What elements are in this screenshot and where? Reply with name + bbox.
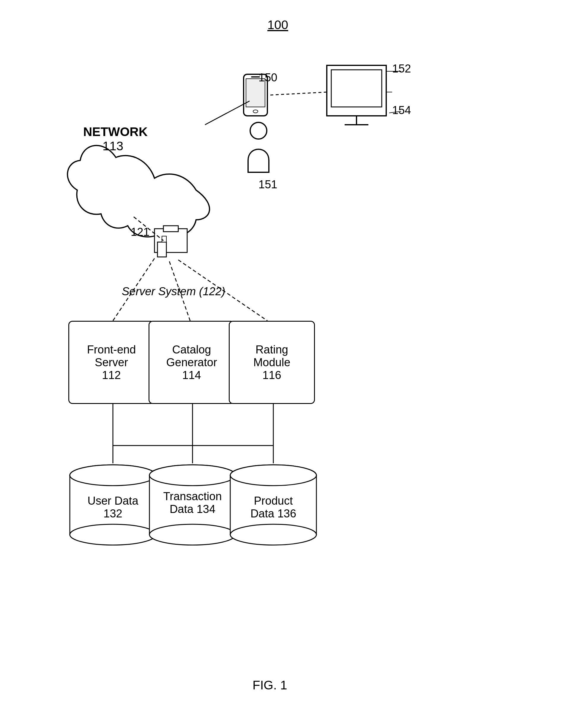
svg-point-33 (149, 465, 235, 486)
catalog-generator-box: Catalog Generator 114 (149, 321, 235, 404)
rating-num: 116 (253, 369, 290, 382)
svg-rect-12 (162, 236, 167, 242)
catalog-label-line2: Generator (166, 356, 217, 369)
ref-152: 152 (392, 62, 411, 75)
monitor-outer (327, 66, 386, 116)
svg-rect-11 (157, 242, 167, 257)
svg-rect-5 (327, 66, 386, 116)
ref-100: 100 (268, 18, 288, 32)
person-icon (248, 122, 269, 172)
catalog-num: 114 (166, 369, 217, 382)
svg-line-13 (205, 101, 250, 125)
rating-label-line2: Module (253, 356, 290, 369)
frontend-server-label-line2: Server (87, 356, 136, 369)
svg-rect-6 (331, 70, 382, 107)
product-data-label: Product Data 136 (230, 495, 317, 520)
svg-point-32 (149, 524, 235, 545)
svg-point-4 (250, 122, 267, 139)
network-label: NETWORK 113 (83, 125, 143, 153)
diagram: 100 NETWORK 113 150 151 152 154 121 Serv… (0, 0, 582, 728)
ref-154: 154 (392, 104, 411, 117)
svg-line-14 (270, 92, 327, 95)
transaction-data-label: Transaction Data 134 (149, 490, 235, 516)
monitor-inner (331, 70, 382, 107)
svg-point-34 (230, 465, 317, 486)
svg-point-2 (253, 110, 258, 113)
svg-point-30 (149, 465, 235, 486)
frontend-server-box: Front-end Server 112 (68, 321, 154, 404)
network-cloud (68, 146, 209, 237)
svg-point-36 (230, 524, 317, 545)
svg-point-26 (70, 465, 156, 486)
svg-point-29 (70, 465, 156, 486)
frontend-server-label-line1: Front-end (87, 343, 136, 356)
server-rack (154, 226, 187, 257)
rating-module-box: Rating Module 116 (229, 321, 315, 404)
ref-121: 121 (131, 226, 149, 238)
rating-label-line1: Rating (253, 343, 290, 356)
frontend-server-num: 112 (87, 369, 136, 382)
catalog-label-line1: Catalog (166, 343, 217, 356)
server-system-label: Server System (122) (122, 285, 225, 298)
ref-150: 150 (258, 71, 277, 84)
ref-151: 151 (258, 178, 277, 191)
svg-point-28 (70, 524, 156, 545)
svg-rect-9 (154, 229, 187, 253)
svg-rect-10 (163, 226, 178, 232)
fig-label: FIG. 1 (253, 678, 287, 692)
svg-point-37 (230, 465, 317, 486)
user-data-label: User Data 132 (70, 495, 156, 520)
